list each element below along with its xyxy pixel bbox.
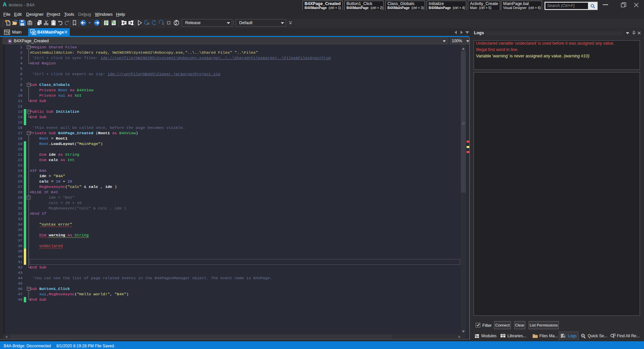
- svg-text:2: 2: [112, 20, 113, 23]
